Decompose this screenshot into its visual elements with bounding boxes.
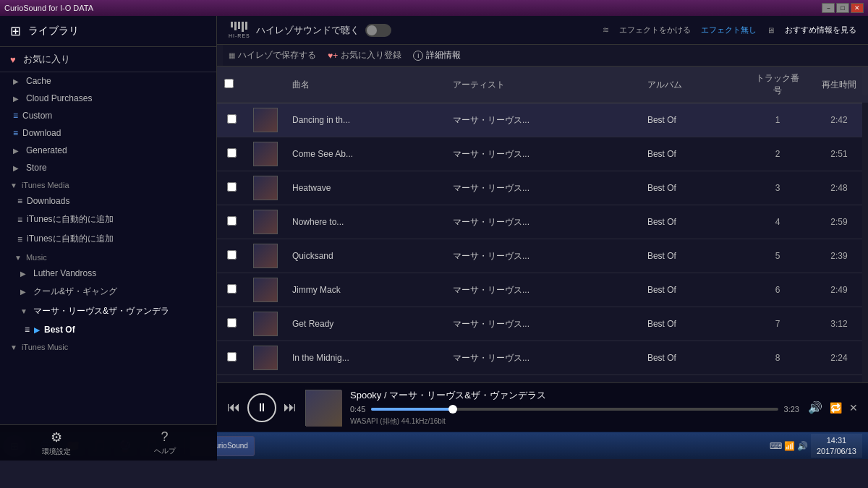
table-row[interactable]: Jimmy Mack マーサ・リーヴス... Best Of 6 2:49 [217,273,868,307]
table-row[interactable]: Get Ready マーサ・リーヴス... Best Of 7 3:12 [217,307,868,341]
hires-toggle[interactable] [365,24,391,37]
prev-button[interactable]: ⏮ [227,400,240,415]
progress-container: 0:45 3:23 [350,405,799,414]
recommend-label[interactable]: おすすめ情報を見る [785,25,856,35]
sidebar-item-luther[interactable]: ▶ Luther Vandross [0,265,216,282]
detail-btn[interactable]: i 詳細情報 [413,49,461,61]
collapse-icon: ▼ [10,343,17,351]
sidebar-label-cloud: Cloud Purchases [26,93,92,103]
menu-icon: ≡ [13,111,18,121]
row-duration: 2:39 [810,239,868,273]
table-row[interactable]: Heatwave マーサ・リーヴス... Best Of 3 2:48 [217,171,868,205]
track-checkbox[interactable] [227,250,237,260]
sidebar-section-itunes-media[interactable]: ▼ iTunes Media [0,176,216,192]
sidebar-item-cloud-purchases[interactable]: ▶ Cloud Purchases [0,90,216,107]
effect-label[interactable]: エフェクトをかける [619,25,691,35]
player-song-title: Spooky [350,390,381,401]
row-thumb [246,307,285,341]
sidebar-item-generated[interactable]: ▶ Generated [0,142,216,159]
sidebar-item-custom[interactable]: ≡ Custom [0,107,216,124]
track-checkbox[interactable] [227,182,237,192]
row-check[interactable] [217,205,246,239]
row-thumb [246,137,285,171]
player-artist: マーサ・リーヴス&ザ・ヴァンデラス [389,390,546,401]
hires-small-icon: ▦ [229,51,235,59]
sidebar-item-store[interactable]: ▶ Store [0,159,216,176]
repeat-icon[interactable]: 🔁 [830,402,842,414]
row-artist: マーサ・リーヴス... [446,205,640,239]
bestof-label: Best Of [44,325,75,335]
row-track-num: 3 [745,171,810,205]
track-checkbox[interactable] [227,216,237,226]
player: ⏮ ⏸ ⏭ Spooky / マーサ・リーヴス&ザ・ヴァンデラス 0:45 [217,382,868,432]
sidebar-item-cache[interactable]: ▶ Cache [0,72,216,90]
track-checkbox[interactable] [227,148,237,158]
save-hires-btn[interactable]: ▦ ハイレゾで保存する [229,49,316,61]
row-check[interactable] [217,273,246,307]
sidebar-section-itunes-music[interactable]: ▼ iTunes Music [0,338,216,354]
track-checkbox[interactable] [227,114,237,124]
heart-icon: ♥ [10,54,16,65]
row-check[interactable] [217,341,246,375]
itunes-auto2-label: iTunesに自動的に追加 [27,233,114,245]
track-checkbox[interactable] [227,352,237,361]
sidebar-label-custom: Custom [22,111,52,121]
sidebar-library[interactable]: ⊞ ライブラリ [0,16,216,47]
table-row[interactable]: Dancing in th... マーサ・リーヴス... Best Of 1 2… [217,103,868,137]
progress-dot [448,405,457,414]
maximize-button[interactable]: □ [836,3,849,13]
collapse-icon: ▼ [14,254,22,262]
save-hires-label: ハイレゾで保存する [238,49,316,61]
next-button[interactable]: ⏭ [284,400,297,415]
row-artist: マーサ・リーヴス... [446,239,640,273]
settings-button[interactable]: ⚙ 環境設定 [42,429,71,457]
track-checkbox[interactable] [227,284,237,294]
player-now-playing: Spooky / マーサ・リーヴス&ザ・ヴァンデラス [350,389,799,402]
close-button[interactable]: ✕ [851,3,864,13]
sidebar-item-cool[interactable]: ▶ クール&ザ・ギャング [0,282,216,301]
album-thumb [253,108,278,132]
table-row[interactable]: Quicksand マーサ・リーヴス... Best Of 5 2:39 [217,239,868,273]
sidebar-item-downloads[interactable]: ≡ Downloads [0,192,216,210]
shuffle-icon[interactable]: ✕ [849,402,858,414]
cool-label: クール&ザ・ギャング [33,286,117,298]
itunes-music-label: iTunes Music [22,343,68,351]
table-row[interactable]: Come See Ab... マーサ・リーヴス... Best Of 2 2:5… [217,137,868,171]
album-thumb [253,312,278,336]
row-check[interactable] [217,137,246,171]
sidebar-footer: ⚙ 環境設定 ? ヘルプ [0,424,217,461]
header-track: トラック番号 [745,67,810,103]
taskbar-clock: 14:31 2017/06/13 [811,434,862,458]
sidebar-item-bestof[interactable]: ≡ ▶ Best Of [0,321,216,338]
play-pause-button[interactable]: ⏸ [247,393,276,422]
table-scrollbar[interactable] [862,67,868,382]
sidebar-section-music[interactable]: ▼ Music [0,249,216,265]
sidebar-item-download[interactable]: ≡ Download [0,124,216,142]
row-artist: マーサ・リーヴス... [446,171,640,205]
row-check[interactable] [217,103,246,137]
minimize-button[interactable]: － [822,3,835,13]
itunes-media-label: iTunes Media [22,181,69,189]
help-button[interactable]: ? ヘルプ [154,429,176,456]
sidebar-label-store: Store [26,163,47,173]
sidebar-favorites[interactable]: ♥ お気に入り [0,47,216,72]
total-time: 3:23 [784,405,799,414]
table-row[interactable]: Nowhere to... マーサ・リーヴス... Best Of 4 2:59 [217,205,868,239]
row-check[interactable] [217,239,246,273]
row-track-num: 8 [745,341,810,375]
row-check[interactable] [217,171,246,205]
table-row[interactable]: In the Midnig... マーサ・リーヴス... Best Of 8 2… [217,341,868,375]
sidebar-item-itunes-auto1[interactable]: ≡ iTunesに自動的に追加 [0,210,216,229]
itunes-auto1-label: iTunesに自動的に追加 [27,213,114,226]
track-checkbox[interactable] [227,318,237,328]
row-check[interactable] [217,307,246,341]
sidebar-item-martha[interactable]: ▼ マーサ・リーヴス&ザ・ヴァンデラ [0,301,216,321]
player-right: 🔊 🔁 ✕ [808,401,858,414]
add-fav-btn[interactable]: ♥+ お気に入り登録 [328,49,401,61]
volume-icon[interactable]: 🔊 [808,401,822,414]
row-thumb [246,171,285,205]
progress-bar[interactable] [371,408,778,411]
row-artist: マーサ・リーヴス... [446,307,640,341]
check-all[interactable] [224,79,234,88]
sidebar-item-itunes-auto2[interactable]: ≡ iTunesに自動的に追加 [0,229,216,249]
